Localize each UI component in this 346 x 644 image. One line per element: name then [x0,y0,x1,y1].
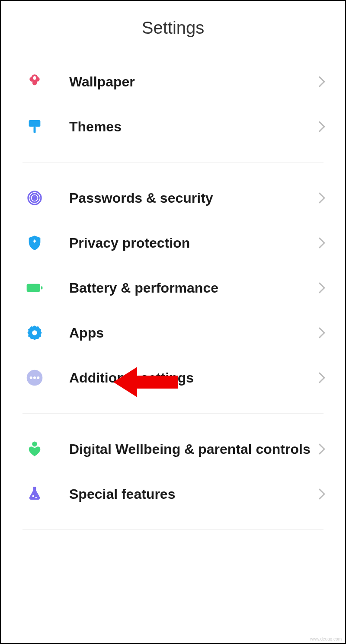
chevron-right-icon [314,327,325,338]
chevron-right-icon [314,76,325,87]
settings-list: Wallpaper Themes Passwords & security [1,59,345,543]
fingerprint-icon [25,188,44,207]
settings-item-label: Special features [69,485,316,503]
settings-item-label: Privacy protection [69,234,316,252]
ellipsis-icon [25,368,44,387]
svg-rect-1 [34,127,36,133]
svg-rect-0 [29,120,41,127]
flask-icon [25,485,44,504]
svg-point-10 [30,376,32,379]
battery-icon [25,278,44,297]
settings-item-label: Wallpaper [69,73,316,90]
settings-item-passwords-security[interactable]: Passwords & security [1,175,345,220]
chevron-right-icon [314,192,325,203]
header: Settings [1,1,345,59]
settings-item-label: Additional settings [69,369,316,386]
svg-point-5 [34,197,35,198]
svg-point-12 [37,376,39,379]
svg-point-13 [32,442,37,447]
person-heart-icon [25,440,44,459]
watermark: www.deuaq.com [310,637,342,641]
settings-item-wallpaper[interactable]: Wallpaper [1,59,345,104]
settings-item-label: Digital Wellbeing & parental controls [69,440,316,458]
divider [22,529,324,530]
divider [22,162,324,163]
settings-item-themes[interactable]: Themes [1,104,345,149]
tulip-icon [25,72,44,91]
settings-item-apps[interactable]: Apps [1,310,345,355]
settings-item-label: Passwords & security [69,189,316,207]
svg-point-15 [35,497,37,498]
chevron-right-icon [314,237,325,248]
chevron-right-icon [314,121,325,132]
page-title: Settings [1,18,345,38]
svg-point-8 [32,330,37,335]
chevron-right-icon [314,282,325,293]
divider [22,413,324,414]
settings-item-special-features[interactable]: Special features [1,472,345,516]
chevron-right-icon [314,488,325,499]
settings-item-label: Apps [69,324,316,341]
settings-item-digital-wellbeing[interactable]: Digital Wellbeing & parental controls [1,427,345,472]
shield-icon [25,233,44,252]
gear-icon [25,323,44,342]
settings-item-label: Battery & performance [69,279,316,296]
svg-rect-7 [41,286,43,289]
chevron-right-icon [314,443,325,454]
settings-item-additional-settings[interactable]: Additional settings [1,355,345,400]
svg-rect-6 [27,284,40,292]
svg-point-11 [33,376,36,379]
settings-item-battery-performance[interactable]: Battery & performance [1,265,345,310]
settings-item-label: Themes [69,118,316,135]
paint-roller-icon [25,117,44,136]
settings-item-privacy-protection[interactable]: Privacy protection [1,220,345,265]
chevron-right-icon [314,372,325,383]
svg-point-14 [32,495,34,497]
